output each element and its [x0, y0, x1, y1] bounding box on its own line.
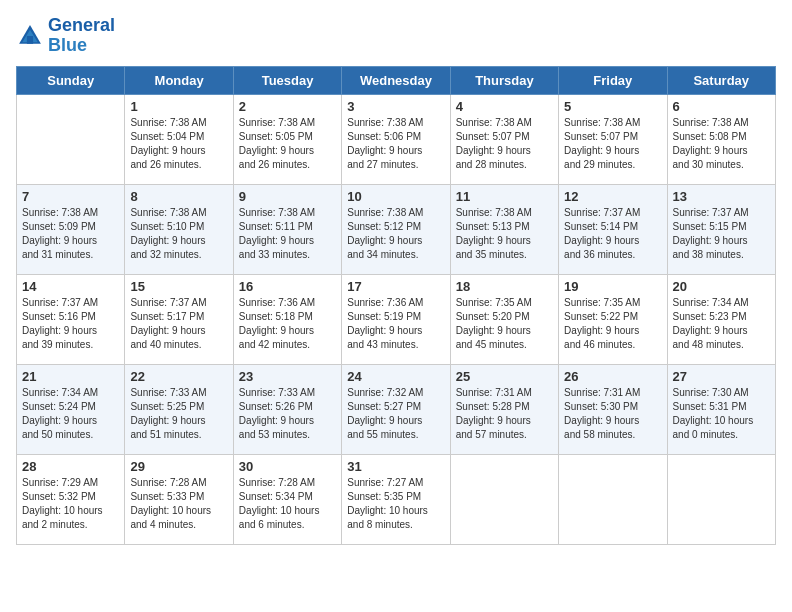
day-number: 22	[130, 369, 227, 384]
day-info: Sunrise: 7:37 AM Sunset: 5:15 PM Dayligh…	[673, 206, 770, 262]
calendar-cell: 5Sunrise: 7:38 AM Sunset: 5:07 PM Daylig…	[559, 94, 667, 184]
calendar-table: SundayMondayTuesdayWednesdayThursdayFrid…	[16, 66, 776, 545]
day-info: Sunrise: 7:38 AM Sunset: 5:08 PM Dayligh…	[673, 116, 770, 172]
calendar-week-1: 7Sunrise: 7:38 AM Sunset: 5:09 PM Daylig…	[17, 184, 776, 274]
day-info: Sunrise: 7:36 AM Sunset: 5:19 PM Dayligh…	[347, 296, 444, 352]
day-number: 7	[22, 189, 119, 204]
day-number: 19	[564, 279, 661, 294]
day-number: 4	[456, 99, 553, 114]
day-info: Sunrise: 7:38 AM Sunset: 5:04 PM Dayligh…	[130, 116, 227, 172]
day-info: Sunrise: 7:38 AM Sunset: 5:07 PM Dayligh…	[564, 116, 661, 172]
calendar-cell: 17Sunrise: 7:36 AM Sunset: 5:19 PM Dayli…	[342, 274, 450, 364]
day-info: Sunrise: 7:38 AM Sunset: 5:09 PM Dayligh…	[22, 206, 119, 262]
day-number: 25	[456, 369, 553, 384]
day-number: 30	[239, 459, 336, 474]
day-info: Sunrise: 7:34 AM Sunset: 5:24 PM Dayligh…	[22, 386, 119, 442]
day-info: Sunrise: 7:38 AM Sunset: 5:07 PM Dayligh…	[456, 116, 553, 172]
day-number: 23	[239, 369, 336, 384]
calendar-cell: 10Sunrise: 7:38 AM Sunset: 5:12 PM Dayli…	[342, 184, 450, 274]
calendar-cell: 19Sunrise: 7:35 AM Sunset: 5:22 PM Dayli…	[559, 274, 667, 364]
calendar-cell: 6Sunrise: 7:38 AM Sunset: 5:08 PM Daylig…	[667, 94, 775, 184]
logo-text: General Blue	[48, 16, 115, 56]
day-info: Sunrise: 7:31 AM Sunset: 5:28 PM Dayligh…	[456, 386, 553, 442]
day-number: 14	[22, 279, 119, 294]
page-header: General Blue	[16, 16, 776, 56]
day-number: 24	[347, 369, 444, 384]
day-info: Sunrise: 7:38 AM Sunset: 5:11 PM Dayligh…	[239, 206, 336, 262]
day-number: 29	[130, 459, 227, 474]
day-number: 8	[130, 189, 227, 204]
calendar-week-0: 1Sunrise: 7:38 AM Sunset: 5:04 PM Daylig…	[17, 94, 776, 184]
calendar-week-4: 28Sunrise: 7:29 AM Sunset: 5:32 PM Dayli…	[17, 454, 776, 544]
calendar-cell: 23Sunrise: 7:33 AM Sunset: 5:26 PM Dayli…	[233, 364, 341, 454]
calendar-cell: 1Sunrise: 7:38 AM Sunset: 5:04 PM Daylig…	[125, 94, 233, 184]
day-info: Sunrise: 7:33 AM Sunset: 5:26 PM Dayligh…	[239, 386, 336, 442]
day-number: 5	[564, 99, 661, 114]
calendar-cell: 15Sunrise: 7:37 AM Sunset: 5:17 PM Dayli…	[125, 274, 233, 364]
day-info: Sunrise: 7:28 AM Sunset: 5:33 PM Dayligh…	[130, 476, 227, 532]
calendar-cell	[450, 454, 558, 544]
day-info: Sunrise: 7:37 AM Sunset: 5:14 PM Dayligh…	[564, 206, 661, 262]
day-number: 17	[347, 279, 444, 294]
day-number: 13	[673, 189, 770, 204]
header-tuesday: Tuesday	[233, 66, 341, 94]
day-info: Sunrise: 7:27 AM Sunset: 5:35 PM Dayligh…	[347, 476, 444, 532]
day-number: 28	[22, 459, 119, 474]
day-number: 18	[456, 279, 553, 294]
calendar-cell: 20Sunrise: 7:34 AM Sunset: 5:23 PM Dayli…	[667, 274, 775, 364]
calendar-cell	[17, 94, 125, 184]
calendar-cell: 30Sunrise: 7:28 AM Sunset: 5:34 PM Dayli…	[233, 454, 341, 544]
calendar-cell: 14Sunrise: 7:37 AM Sunset: 5:16 PM Dayli…	[17, 274, 125, 364]
calendar-cell: 26Sunrise: 7:31 AM Sunset: 5:30 PM Dayli…	[559, 364, 667, 454]
day-info: Sunrise: 7:38 AM Sunset: 5:12 PM Dayligh…	[347, 206, 444, 262]
day-number: 9	[239, 189, 336, 204]
header-saturday: Saturday	[667, 66, 775, 94]
calendar-cell: 21Sunrise: 7:34 AM Sunset: 5:24 PM Dayli…	[17, 364, 125, 454]
header-sunday: Sunday	[17, 66, 125, 94]
calendar-cell: 8Sunrise: 7:38 AM Sunset: 5:10 PM Daylig…	[125, 184, 233, 274]
day-info: Sunrise: 7:33 AM Sunset: 5:25 PM Dayligh…	[130, 386, 227, 442]
calendar-header-row: SundayMondayTuesdayWednesdayThursdayFrid…	[17, 66, 776, 94]
day-info: Sunrise: 7:38 AM Sunset: 5:10 PM Dayligh…	[130, 206, 227, 262]
calendar-cell: 13Sunrise: 7:37 AM Sunset: 5:15 PM Dayli…	[667, 184, 775, 274]
calendar-cell: 2Sunrise: 7:38 AM Sunset: 5:05 PM Daylig…	[233, 94, 341, 184]
day-number: 27	[673, 369, 770, 384]
day-number: 16	[239, 279, 336, 294]
day-info: Sunrise: 7:35 AM Sunset: 5:20 PM Dayligh…	[456, 296, 553, 352]
day-info: Sunrise: 7:38 AM Sunset: 5:06 PM Dayligh…	[347, 116, 444, 172]
calendar-cell: 27Sunrise: 7:30 AM Sunset: 5:31 PM Dayli…	[667, 364, 775, 454]
calendar-week-2: 14Sunrise: 7:37 AM Sunset: 5:16 PM Dayli…	[17, 274, 776, 364]
day-info: Sunrise: 7:37 AM Sunset: 5:17 PM Dayligh…	[130, 296, 227, 352]
day-info: Sunrise: 7:37 AM Sunset: 5:16 PM Dayligh…	[22, 296, 119, 352]
logo: General Blue	[16, 16, 115, 56]
calendar-cell: 24Sunrise: 7:32 AM Sunset: 5:27 PM Dayli…	[342, 364, 450, 454]
calendar-cell: 25Sunrise: 7:31 AM Sunset: 5:28 PM Dayli…	[450, 364, 558, 454]
calendar-cell	[667, 454, 775, 544]
header-wednesday: Wednesday	[342, 66, 450, 94]
calendar-cell: 12Sunrise: 7:37 AM Sunset: 5:14 PM Dayli…	[559, 184, 667, 274]
calendar-cell: 31Sunrise: 7:27 AM Sunset: 5:35 PM Dayli…	[342, 454, 450, 544]
header-monday: Monday	[125, 66, 233, 94]
day-number: 6	[673, 99, 770, 114]
calendar-cell: 11Sunrise: 7:38 AM Sunset: 5:13 PM Dayli…	[450, 184, 558, 274]
day-number: 1	[130, 99, 227, 114]
calendar-cell: 7Sunrise: 7:38 AM Sunset: 5:09 PM Daylig…	[17, 184, 125, 274]
calendar-cell	[559, 454, 667, 544]
day-number: 15	[130, 279, 227, 294]
day-number: 12	[564, 189, 661, 204]
day-info: Sunrise: 7:34 AM Sunset: 5:23 PM Dayligh…	[673, 296, 770, 352]
day-info: Sunrise: 7:31 AM Sunset: 5:30 PM Dayligh…	[564, 386, 661, 442]
svg-rect-2	[27, 36, 33, 44]
logo-icon	[16, 22, 44, 50]
day-number: 11	[456, 189, 553, 204]
calendar-week-3: 21Sunrise: 7:34 AM Sunset: 5:24 PM Dayli…	[17, 364, 776, 454]
day-info: Sunrise: 7:36 AM Sunset: 5:18 PM Dayligh…	[239, 296, 336, 352]
day-number: 20	[673, 279, 770, 294]
calendar-cell: 3Sunrise: 7:38 AM Sunset: 5:06 PM Daylig…	[342, 94, 450, 184]
day-number: 31	[347, 459, 444, 474]
day-number: 2	[239, 99, 336, 114]
calendar-cell: 16Sunrise: 7:36 AM Sunset: 5:18 PM Dayli…	[233, 274, 341, 364]
day-number: 3	[347, 99, 444, 114]
day-number: 21	[22, 369, 119, 384]
calendar-cell: 22Sunrise: 7:33 AM Sunset: 5:25 PM Dayli…	[125, 364, 233, 454]
